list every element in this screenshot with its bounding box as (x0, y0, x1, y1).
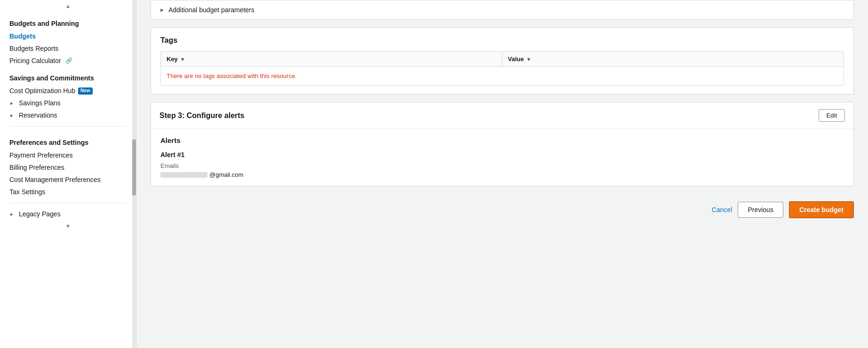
email-suffix: @gmail.com (209, 171, 243, 178)
tags-empty-message: There are no tags associated with this r… (161, 67, 844, 85)
sidebar-item-tax-settings[interactable]: Tax Settings (0, 186, 136, 198)
additional-budget-params-label: Additional budget parameters (168, 6, 255, 14)
step3-panel: Step 3: Configure alerts Edit Alerts Ale… (151, 102, 854, 186)
sidebar-section-savings-commitments: Savings and Commitments (0, 67, 136, 85)
email-blur (160, 172, 207, 178)
external-link-icon: 🔗 (65, 57, 72, 64)
sidebar-item-cost-optimization-hub[interactable]: Cost Optimization Hub New (0, 85, 136, 97)
sidebar-item-cost-management-preferences[interactable]: Cost Management Preferences (0, 174, 136, 186)
savings-plans-expand-icon: ► (9, 101, 14, 106)
sidebar-scrollbar-thumb (132, 139, 136, 196)
tags-grid: Key ▼ Value ▼ There are no tags associat… (160, 51, 844, 86)
main-content: ► Additional budget parameters Tags Key … (136, 0, 868, 348)
sidebar-divider-1 (9, 126, 127, 127)
cost-optimization-hub-label: Cost Optimization Hub (9, 87, 75, 95)
alert-1-title: Alert #1 (160, 151, 844, 158)
alerts-section-title: Alerts (160, 136, 844, 144)
cancel-button[interactable]: Cancel (712, 206, 733, 214)
alert-1-emails-label: Emails (160, 162, 844, 169)
alerts-container: Alerts Alert #1 Emails @gmail.com (151, 129, 853, 186)
alert-1: Alert #1 Emails @gmail.com (160, 151, 844, 178)
tags-panel: Tags Key ▼ Value ▼ There are no tags ass… (151, 27, 854, 95)
new-badge: New (78, 87, 93, 95)
legacy-pages-label: Legacy Pages (19, 210, 61, 218)
sidebar-item-savings-plans[interactable]: ► Savings Plans (0, 97, 136, 109)
sidebar-section-preferences-settings: Preferences and Settings (0, 131, 136, 149)
sidebar-scrollbar[interactable] (132, 0, 136, 348)
sidebar-section-budgets-planning: Budgets and Planning (0, 12, 136, 30)
pricing-calculator-label: Pricing Calculator (9, 57, 61, 64)
tags-value-sort-icon[interactable]: ▼ (526, 56, 531, 62)
previous-button[interactable]: Previous (738, 202, 783, 218)
additional-budget-params-panel[interactable]: ► Additional budget parameters (151, 0, 854, 20)
step3-edit-button[interactable]: Edit (819, 109, 845, 122)
sidebar-item-legacy-pages[interactable]: ► Legacy Pages (0, 208, 136, 220)
tags-value-header: Value ▼ (502, 52, 844, 66)
sidebar-item-payment-preferences[interactable]: Payment Preferences (0, 149, 136, 161)
reservations-label: Reservations (19, 111, 57, 119)
tags-title: Tags (160, 36, 844, 45)
step3-header: Step 3: Configure alerts Edit (151, 103, 853, 129)
tags-value-label: Value (508, 55, 524, 63)
sidebar-item-reservations[interactable]: ► Reservations (0, 109, 136, 121)
create-budget-button[interactable]: Create budget (789, 201, 854, 218)
additional-budget-params-expand-icon: ► (159, 7, 165, 13)
savings-plans-label: Savings Plans (19, 99, 61, 107)
sidebar-item-pricing-calculator[interactable]: Pricing Calculator 🔗 (0, 55, 136, 67)
reservations-expand-icon: ► (9, 113, 14, 118)
sidebar-item-billing-preferences[interactable]: Billing Preferences (0, 161, 136, 174)
tags-grid-header: Key ▼ Value ▼ (161, 52, 844, 67)
tags-key-header: Key ▼ (161, 52, 502, 66)
legacy-pages-expand-icon: ► (9, 212, 14, 217)
step3-title: Step 3: Configure alerts (159, 111, 244, 120)
tags-key-label: Key (167, 55, 178, 63)
alert-1-email-value: @gmail.com (160, 171, 844, 178)
sidebar-scroll-down[interactable]: ▼ (0, 220, 136, 232)
footer-actions: Cancel Previous Create budget (151, 194, 854, 220)
sidebar-divider-2 (9, 203, 127, 203)
sidebar-scroll-up[interactable]: ▲ (0, 0, 136, 12)
sidebar: ▲ Budgets and Planning Budgets Budgets R… (0, 0, 136, 348)
sidebar-item-budgets-reports[interactable]: Budgets Reports (0, 42, 136, 55)
sidebar-item-budgets[interactable]: Budgets (0, 30, 136, 42)
tags-key-sort-icon[interactable]: ▼ (180, 56, 185, 62)
